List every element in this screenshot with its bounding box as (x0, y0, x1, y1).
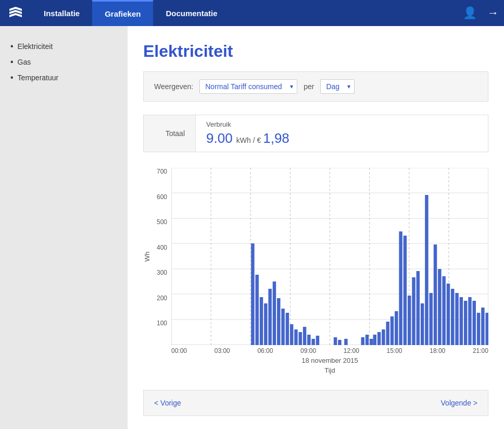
svg-rect-39 (373, 335, 376, 345)
svg-rect-41 (382, 329, 385, 345)
sidebar: Elektriciteit Gas Temperatuur (0, 26, 128, 429)
svg-rect-27 (294, 329, 297, 345)
x-label-2100: 21:00 (473, 347, 488, 354)
svg-rect-33 (334, 337, 337, 345)
period-select[interactable]: Dag (320, 79, 355, 94)
nav-grafieken[interactable]: Grafieken (92, 0, 153, 26)
svg-rect-56 (447, 284, 450, 345)
svg-rect-55 (442, 276, 445, 345)
y-axis-title: Wh (143, 168, 151, 345)
svg-rect-37 (366, 335, 369, 345)
totaal-box: Totaal Verbruik 9.00 kWh / € 1,98 (143, 115, 488, 152)
weergeven-label: Weergeven: (154, 82, 193, 91)
svg-rect-23 (277, 298, 280, 345)
svg-rect-18 (255, 275, 258, 345)
svg-rect-21 (268, 289, 271, 345)
svg-rect-17 (251, 243, 254, 345)
svg-rect-58 (455, 293, 458, 345)
svg-rect-48 (412, 277, 415, 345)
main-content: Elektriciteit Weergeven: Normal Tariff c… (128, 26, 504, 429)
tariff-select[interactable]: Normal Tariff consumed (199, 79, 297, 94)
x-label-1200: 12:00 (344, 347, 359, 354)
x-axis-labels: 00:00 03:00 06:00 09:00 12:00 15:00 18:0… (171, 347, 488, 354)
svg-rect-32 (316, 336, 319, 345)
x-label-0300: 03:00 (215, 347, 230, 354)
svg-rect-29 (303, 327, 306, 345)
svg-rect-26 (290, 324, 293, 345)
y-axis: 700 600 500 400 300 200 100 (153, 168, 171, 345)
sidebar-item-gas[interactable]: Gas (10, 57, 117, 67)
header-icons: 👤 → (463, 6, 499, 20)
svg-rect-34 (338, 340, 341, 345)
chart-svg (171, 168, 488, 345)
svg-rect-62 (473, 301, 476, 345)
y-label-300: 300 (157, 269, 167, 276)
svg-rect-63 (477, 313, 480, 345)
kwh-value: 9.00 (206, 130, 233, 146)
nav-installatie[interactable]: Installatie (31, 0, 92, 26)
svg-rect-50 (421, 303, 424, 345)
sidebar-item-elektriciteit[interactable]: Elektriciteit (10, 42, 117, 51)
svg-rect-57 (451, 289, 454, 345)
y-label-100: 100 (157, 320, 167, 327)
chart-area: Wh 700 600 500 400 300 200 100 (143, 168, 488, 374)
svg-rect-52 (430, 293, 433, 345)
y-label-200: 200 (157, 295, 167, 302)
svg-rect-30 (307, 335, 310, 345)
svg-rect-51 (425, 195, 428, 345)
svg-rect-25 (286, 313, 289, 345)
next-button[interactable]: Volgende > (441, 399, 477, 407)
x-label-0600: 06:00 (257, 347, 273, 354)
sidebar-item-temperatuur[interactable]: Temperatuur (10, 73, 117, 82)
svg-rect-45 (399, 231, 402, 345)
logout-icon[interactable]: → (487, 6, 499, 20)
svg-rect-24 (281, 309, 284, 345)
x-label-0000: 00:00 (171, 347, 187, 354)
svg-rect-64 (481, 308, 484, 345)
svg-rect-65 (485, 313, 488, 345)
svg-rect-47 (408, 296, 411, 345)
kwh-unit: kWh / € (236, 136, 263, 144)
nav-buttons: < Vorige Volgende > (143, 390, 488, 416)
verbruik-label: Verbruik (206, 120, 477, 128)
svg-rect-28 (299, 332, 302, 345)
svg-rect-49 (417, 271, 420, 345)
user-icon[interactable]: 👤 (463, 6, 477, 20)
y-label-500: 500 (157, 218, 167, 226)
y-label-700: 700 (157, 168, 167, 175)
chart-container: Wh 700 600 500 400 300 200 100 (143, 163, 488, 379)
svg-rect-53 (434, 244, 437, 345)
svg-rect-31 (311, 339, 314, 345)
svg-rect-54 (438, 269, 441, 345)
tariff-select-wrapper[interactable]: Normal Tariff consumed (199, 79, 297, 94)
chart-inner: 00:00 03:00 06:00 09:00 12:00 15:00 18:0… (171, 168, 488, 374)
nav-documentatie[interactable]: Documentatie (153, 0, 230, 26)
svg-rect-36 (361, 337, 364, 345)
svg-rect-35 (344, 339, 347, 345)
svg-rect-43 (390, 316, 394, 345)
svg-rect-60 (464, 301, 467, 345)
chart-date: 18 november 2015 (171, 357, 488, 364)
x-label-0900: 09:00 (300, 347, 316, 354)
svg-rect-59 (460, 297, 463, 345)
svg-rect-46 (404, 236, 407, 345)
main-nav: Installatie Grafieken Documentatie (31, 0, 463, 26)
svg-rect-22 (273, 281, 276, 345)
svg-rect-20 (264, 303, 267, 345)
y-label-600: 600 (157, 193, 167, 201)
x-label-1800: 18:00 (430, 347, 445, 354)
totaal-value-box: Verbruik 9.00 kWh / € 1,98 (196, 115, 488, 152)
cost-value: 1,98 (263, 130, 289, 146)
svg-rect-19 (260, 297, 263, 345)
x-label-1500: 15:00 (387, 347, 402, 354)
svg-rect-40 (377, 332, 381, 345)
logo (5, 3, 26, 23)
per-label: per (304, 82, 314, 91)
header: Installatie Grafieken Documentatie 👤 → (0, 0, 504, 26)
chart-x-title: Tijd (171, 366, 488, 374)
period-select-wrapper[interactable]: Dag (320, 79, 355, 94)
totaal-value: 9.00 kWh / € 1,98 (206, 130, 477, 146)
svg-rect-44 (395, 311, 398, 345)
prev-button[interactable]: < Vorige (154, 399, 181, 407)
page-title: Elektriciteit (143, 42, 488, 61)
